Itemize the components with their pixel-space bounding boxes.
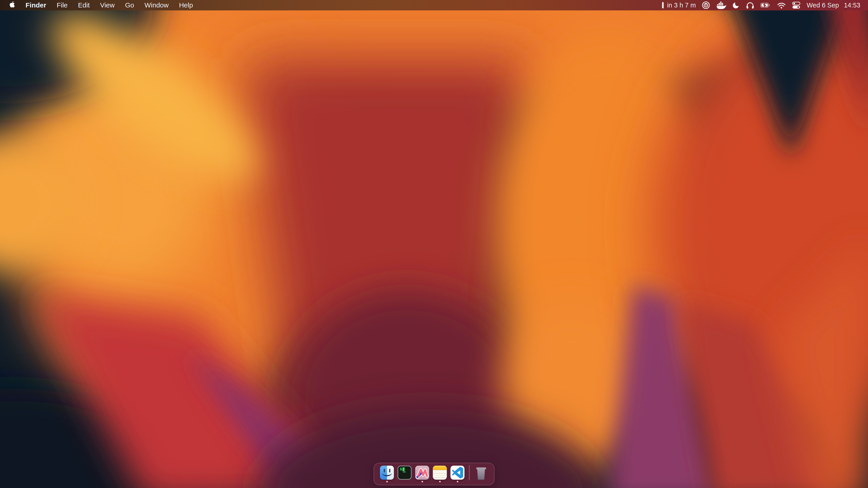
dock-item-terminal[interactable]: $ bbox=[398, 466, 412, 482]
dock-item-arc[interactable] bbox=[415, 466, 429, 482]
arc-browser-icon bbox=[415, 466, 429, 480]
finder-icon bbox=[380, 466, 394, 480]
headphones-icon[interactable] bbox=[746, 1, 754, 9]
onepassword-icon[interactable] bbox=[702, 1, 710, 9]
menu-item-finder[interactable]: Finder bbox=[26, 0, 46, 10]
docker-icon[interactable] bbox=[716, 1, 726, 9]
trash-icon bbox=[474, 466, 488, 480]
apple-icon bbox=[9, 1, 15, 9]
notes-icon bbox=[433, 466, 447, 480]
running-indicator bbox=[480, 481, 482, 482]
dock-item-notes[interactable] bbox=[433, 466, 447, 482]
menu-item-go[interactable]: Go bbox=[125, 0, 134, 10]
dock-item-finder[interactable] bbox=[380, 466, 394, 482]
dock-item-vscode[interactable] bbox=[451, 466, 465, 482]
menu-bar-status: in 3 h 7 m bbox=[662, 1, 860, 9]
wifi-icon[interactable] bbox=[777, 2, 786, 8]
running-indicator bbox=[421, 481, 423, 482]
clock-time: 14:53 bbox=[844, 2, 860, 9]
timer-countdown-label[interactable]: in 3 h 7 m bbox=[667, 2, 696, 9]
menu-item-edit[interactable]: Edit bbox=[78, 0, 90, 10]
running-indicator bbox=[457, 481, 458, 482]
menu-item-file[interactable]: File bbox=[57, 0, 68, 10]
clock-date: Wed 6 Sep bbox=[807, 2, 839, 9]
menu-bar-clock[interactable]: Wed 6 Sep 14:53 bbox=[807, 2, 860, 9]
menu-bar: Finder File Edit View Go Window Help in … bbox=[0, 0, 868, 10]
running-indicator bbox=[439, 481, 440, 482]
menu-item-window[interactable]: Window bbox=[145, 0, 168, 10]
battery-charging-icon[interactable] bbox=[761, 2, 771, 8]
timer-bar-icon[interactable] bbox=[662, 2, 664, 8]
vscode-icon bbox=[451, 466, 465, 480]
dock-item-trash[interactable] bbox=[474, 466, 488, 482]
menu-item-help[interactable]: Help bbox=[179, 0, 193, 10]
menu-bar-left: Finder File Edit View Go Window Help bbox=[9, 0, 193, 10]
dock: $ bbox=[374, 463, 495, 485]
menu-item-view[interactable]: View bbox=[100, 0, 115, 10]
control-center-icon[interactable] bbox=[792, 2, 800, 9]
running-indicator bbox=[404, 481, 405, 482]
terminal-prompt-glyph: $ bbox=[400, 467, 402, 471]
desktop-wallpaper bbox=[0, 0, 868, 488]
moon-focus-icon[interactable] bbox=[733, 2, 740, 9]
terminal-icon: $ bbox=[398, 466, 412, 480]
apple-menu[interactable] bbox=[9, 1, 15, 9]
dock-separator bbox=[469, 465, 470, 480]
running-indicator bbox=[386, 481, 388, 482]
